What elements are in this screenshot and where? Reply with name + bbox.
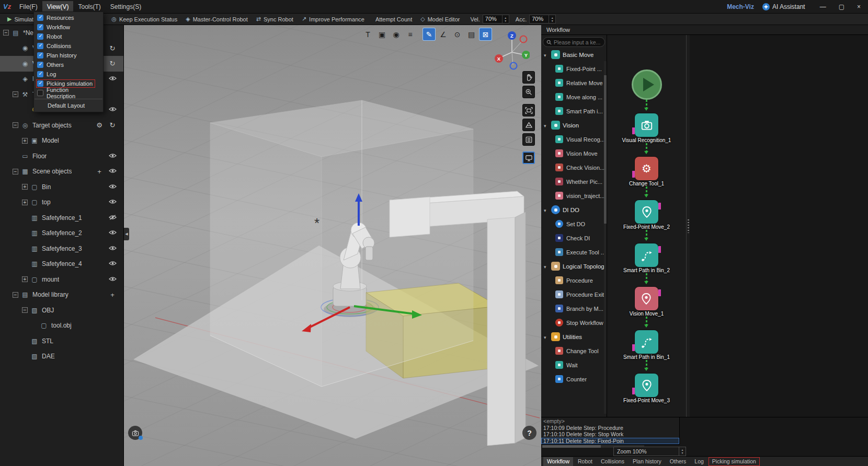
tree-row[interactable]: ◎ Target objects ⚙ [0,118,123,133]
bottom-tab[interactable]: Collisions [597,457,628,466]
bottom-tab[interactable]: Picking simulation [709,457,760,466]
log-row[interactable]: 17:10:10 Delete Step: Stop Work [541,431,679,438]
log-row[interactable]: 17:10:11 Delete Step: Fixed-Poin [541,438,679,445]
expander-icon[interactable] [22,307,28,313]
row-action[interactable] [108,229,117,237]
toolbar-button[interactable]: ◈ Master-Control Robot [181,15,252,24]
fit-view-button[interactable] [522,104,535,116]
notes-button[interactable]: ▤ [465,28,477,40]
node-port[interactable] [632,388,635,394]
view-menu-item[interactable]: Workflow [34,22,103,32]
tree-row[interactable]: ▣ Model [0,133,123,149]
view-menu-item[interactable]: Plan history [34,51,103,60]
projection-toggle-button[interactable] [522,119,535,131]
spinner-arrows-icon[interactable] [679,447,686,456]
tree-row[interactable]: ▧ DAE [0,349,123,365]
x-neg-handle[interactable] [520,36,527,43]
checkbox-icon[interactable] [37,90,43,96]
text-annotate-button[interactable]: T [362,28,374,40]
tree-row[interactable]: ▢ Bin [0,179,123,195]
row-action[interactable] [108,183,117,191]
row-action[interactable] [108,168,117,176]
library-group-header[interactable]: Vision [541,118,607,132]
workflow-node[interactable]: Smart Path in Bin_1 [623,317,670,360]
acceleration-input[interactable]: 70% [529,15,556,24]
workflow-node[interactable]: ⚙ Change Tool_1 [629,143,664,187]
library-step-item[interactable]: Branch by M... [541,301,607,316]
numpad-panel-button[interactable] [522,133,535,146]
tree-row[interactable]: ▥ Safetyfence_2 [0,226,123,241]
expander-icon[interactable] [22,200,28,205]
checkbox-icon[interactable] [37,80,43,87]
row-action[interactable] [108,214,117,222]
tree-row[interactable]: ▭ Floor [0,148,123,164]
library-step-item[interactable]: Check DI [541,231,607,245]
node-port[interactable] [632,344,635,351]
row-action[interactable] [108,260,117,267]
workflow-node[interactable]: Visual Recognition_1 [622,100,671,143]
node-port[interactable] [632,171,635,178]
library-step-item[interactable]: Procedure [541,273,607,287]
view-menu-item[interactable]: Resources [34,13,103,22]
spinner-arrows-icon[interactable] [549,15,555,23]
trajectory-point-button[interactable]: ⊙ [451,28,463,40]
checkbox-icon[interactable] [37,43,43,49]
row-action[interactable] [108,75,117,83]
library-search-input[interactable] [554,39,601,45]
start-node[interactable] [632,69,662,100]
library-step-item[interactable]: Change Tool [541,344,607,358]
screenshot-button[interactable] [128,426,142,440]
workflow-node[interactable]: Fixed-Point Move_3 [623,360,670,403]
row-action[interactable] [108,245,117,252]
bottom-tab[interactable]: Others [666,457,690,466]
checkbox-icon[interactable] [37,52,43,59]
velocity-input[interactable]: 70% [483,15,509,24]
bottom-tab[interactable]: Log [691,457,707,466]
log-row[interactable]: 17:10:09 Delete Step: Procedure [541,425,679,432]
row-action[interactable] [108,199,117,206]
node-port[interactable] [632,127,635,134]
library-step-item[interactable]: Procedure Exit [541,287,607,301]
tree-row[interactable]: ▥ Safetyfence_1 [0,210,123,226]
library-step-item[interactable]: Wait [541,358,607,372]
tree-row[interactable]: ▥ Safetyfence_4 [0,257,123,272]
row-action[interactable]: ↻ [108,44,117,52]
panel-splitter[interactable] [687,35,690,417]
library-step-item[interactable]: Visual Recog... [541,132,607,146]
workflow-canvas[interactable]: Visual Recognition_1 ⚙ Chan [607,35,687,417]
node-icon[interactable]: ⚙ [635,157,658,180]
pan-tool-button[interactable] [522,71,535,84]
close-button[interactable]: × [851,2,867,11]
expander-icon[interactable] [13,91,18,97]
library-step-item[interactable]: Smart Path i... [541,104,607,118]
tree-row[interactable]: ▦ Scene objects + [0,164,123,180]
menu-item[interactable]: Tools(T) [73,1,105,13]
expander-icon[interactable] [22,276,28,282]
library-step-item[interactable]: Check Vision... [541,160,607,174]
row-action[interactable]: ↻ [108,60,117,67]
checkbox-icon[interactable] [37,62,43,68]
toolbar-button[interactable]: Attempt Count [369,15,416,24]
toolbar-button[interactable]: ◇ Model Editor [416,15,464,24]
node-icon[interactable] [635,200,658,224]
workflow-node[interactable]: Fixed-Point Move_2 [623,187,670,230]
safety-fence[interactable] [210,100,473,387]
frame-annotate-button[interactable]: ▣ [376,28,388,40]
library-step-item[interactable]: Vision Move [541,146,607,160]
library-step-item[interactable]: Relative Move [541,76,607,90]
view-menu-item[interactable]: Function Description [34,88,103,98]
orientation-gizmo[interactable]: Z Y X [493,29,530,70]
checkbox-icon[interactable] [37,24,43,30]
zoom-control[interactable]: Zoom 100% [613,447,686,456]
library-step-item[interactable]: Stop Workflow [541,316,607,330]
toolbar-button[interactable]: ⇄ Sync Robot [252,15,298,24]
library-group-header[interactable]: DI DO [541,203,607,217]
checkbox-icon[interactable] [37,71,43,77]
collision-display-button[interactable]: ⊠ [479,28,492,40]
library-step-item[interactable]: Whether Pic... [541,174,607,189]
expander-icon[interactable] [13,122,18,128]
row-action[interactable] [108,276,117,283]
ai-assistant-button[interactable]: AI Assistant [762,3,805,10]
tree-row[interactable]: ▢ tool.obj [0,318,123,334]
node-icon[interactable] [635,287,658,310]
